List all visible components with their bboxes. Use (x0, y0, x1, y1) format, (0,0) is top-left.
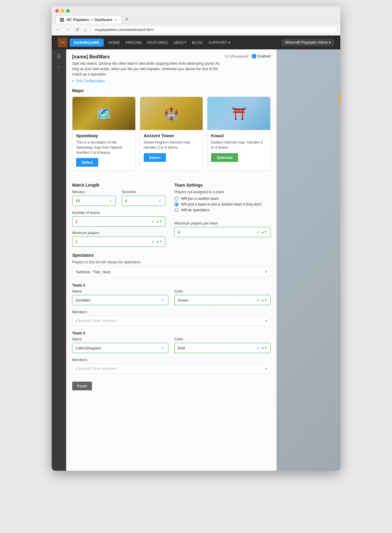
team2-color-group: Color Red ✓ ▲▼ (174, 337, 271, 353)
seconds-input[interactable]: 0 ✓ (122, 196, 165, 206)
radio-pick-team-icon (174, 202, 179, 206)
ancient-desc: Desert kingdom themed map. Handles 2 to … (144, 140, 199, 150)
team1-color-spinner-icon[interactable]: ▲▼ (261, 299, 267, 302)
team1-name-group: Name Zombies ✓ (72, 289, 168, 305)
edit-config-link[interactable]: Edit Configuration (72, 79, 225, 83)
nav-dashboard-link[interactable]: DASHBOARD (70, 39, 104, 47)
main-area: [name] BedWars Split into teams. Destroy… (66, 49, 340, 471)
address-bar[interactable]: mcplaydates.com/dashboard.html (90, 26, 337, 33)
team2-title: Team 2 (72, 331, 271, 335)
num-teams-spinner-icon[interactable]: ▲▼ (156, 220, 162, 223)
team2-members-input[interactable]: (Optional) Team Members ▾ (72, 364, 271, 374)
knaul-name: Knaul (211, 133, 267, 138)
team2-members-placeholder: (Optional) Team Members (75, 367, 117, 371)
maps-grid: 🗺️ Speedway This is a recreation of the … (72, 97, 271, 171)
min-players-spinner-icon[interactable]: ▲▼ (156, 240, 162, 243)
sidebar-toggle-icon[interactable]: ☰ (56, 52, 62, 60)
nav-support[interactable]: SUPPORT ▾ (208, 40, 230, 45)
team2-color-check-icon: ✓ (256, 346, 260, 350)
team2-name-value: CalicoDragons (75, 346, 101, 350)
min-players-check-icon: ✓ (151, 239, 155, 244)
ancient-select-button[interactable]: Select (144, 153, 166, 162)
new-tab-button[interactable]: + (123, 15, 131, 24)
map-image-ancient: 🏰 (140, 97, 203, 130)
logo-text: 🎮 (60, 40, 65, 45)
home-button[interactable]: ⌂ (83, 26, 88, 33)
radio-random-team-icon (174, 197, 179, 201)
team1-members-input[interactable]: (Optional) Team Members ▾ (72, 316, 271, 326)
min-players-input[interactable]: 1 ✓ ▲▼ (72, 237, 165, 247)
team2-color-spinner-icon[interactable]: ▲▼ (261, 346, 267, 349)
nav-about[interactable]: ABOUT (173, 40, 187, 45)
back-button[interactable]: ← (55, 26, 62, 33)
content-panel: [name] BedWars Split into teams. Destroy… (66, 49, 277, 471)
radio-group: Will join a random team Will pick a team… (174, 197, 271, 212)
seconds-value: 0 (125, 199, 127, 203)
max-players-value: 4 (178, 230, 180, 234)
team1-title: Team 1 (72, 283, 271, 287)
team2-name-group: Name CalicoDragons ✓ (72, 337, 168, 353)
speedway-select-button[interactable]: Select (76, 158, 98, 167)
num-teams-input[interactable]: 2 ✓ ▲▼ (72, 216, 165, 227)
max-players-spinner-icon[interactable]: ▲▼ (261, 231, 267, 234)
team1-members-group: Members (Optional) Team Members ▾ (72, 310, 271, 326)
knaul-select-button[interactable]: Selected (211, 153, 238, 162)
game-info: [name] BedWars Split into teams. Destroy… (72, 54, 225, 83)
team1-members-label: Members (72, 310, 271, 314)
ancient-info: Ancient Tower Desert kingdom themed map.… (140, 130, 203, 166)
team2-color-value: Red (178, 346, 185, 350)
minutes-group: Minutes 15 ✓ (72, 190, 116, 206)
team2-name-check-icon: ✓ (161, 346, 165, 350)
game-description: Split into teams. Destroy the other team… (72, 61, 225, 77)
maximize-button[interactable] (66, 9, 70, 13)
forward-button[interactable]: → (64, 26, 72, 33)
nav-features[interactable]: FEATURES (147, 40, 168, 45)
nav-home[interactable]: HOME (109, 40, 120, 45)
max-players-check-icon: ✓ (256, 230, 260, 234)
minutes-input[interactable]: 15 ✓ (72, 196, 116, 206)
spectators-arrow-icon: ▾ (265, 270, 267, 274)
map-image-speedway: 🗺️ (72, 97, 135, 130)
team1-color-value: Green (178, 298, 188, 302)
spectators-input[interactable]: TadHunt, *Tad_Hunt ▾ (72, 267, 271, 277)
radio-random-team[interactable]: Will join a random team (174, 197, 271, 201)
radio-spectators-icon (174, 208, 179, 212)
enabled-checkbox-icon[interactable]: ✓ (252, 54, 256, 58)
radio-spectators[interactable]: Will be spectators (174, 208, 271, 212)
radio-spectators-label: Will be spectators (181, 208, 210, 212)
tab-favicon (60, 18, 64, 22)
minimize-button[interactable] (61, 9, 64, 13)
enabled-toggle[interactable]: ✓ Enabled (252, 54, 271, 58)
team2-color-label: Color (174, 337, 271, 341)
team2-block: Team 2 Name CalicoDragons ✓ Color (72, 331, 271, 374)
max-players-label: Maximum players per team (174, 221, 271, 225)
minutes-label: Minutes (72, 190, 116, 194)
radio-pick-team-label: Will pick a team or join a random team i… (181, 202, 262, 206)
game-header: [name] BedWars Split into teams. Destroy… (72, 54, 271, 83)
browser-tab[interactable]: MC Playdates — Dashboard ✕ (55, 16, 122, 24)
team-settings-col: Team Settings Players not assigned to a … (174, 177, 271, 247)
close-button[interactable] (55, 9, 59, 13)
seconds-label: Seconds (122, 190, 165, 194)
tab-title: MC Playdates — Dashboard (66, 18, 112, 22)
team2-color-input[interactable]: Red ✓ ▲▼ (174, 343, 271, 353)
team1-members-arrow-icon: ▾ (265, 319, 267, 323)
reset-button[interactable]: Reset (72, 382, 92, 390)
map-image-knaul: ⛩️ (207, 97, 270, 130)
reload-button[interactable]: ↺ (74, 26, 80, 33)
knaul-map-icon: ⛩️ (231, 107, 247, 121)
team2-name-input[interactable]: CalicoDragons ✓ (72, 343, 168, 353)
team1-name-check-icon: ✓ (161, 298, 165, 302)
team1-name-input[interactable]: Zombies ✓ (72, 295, 168, 305)
radio-pick-team[interactable]: Will pick a team or join a random team i… (174, 202, 271, 206)
game-meta: 0.2.29-mcpd-p3 ✓ Enabled (225, 54, 271, 58)
nav-pricing[interactable]: PRICING (126, 40, 142, 45)
sidebar-back-icon[interactable]: ‹ (57, 63, 61, 71)
tab-close-icon[interactable]: ✕ (115, 18, 117, 22)
max-players-input[interactable]: 4 ✓ ▲▼ (174, 227, 271, 237)
team1-name-value: Zombies (75, 298, 90, 302)
spectators-desc: Players in this list will always be spec… (72, 260, 271, 264)
team1-color-input[interactable]: Green ✓ ▲▼ (174, 295, 271, 305)
nav-blog[interactable]: BLOG (192, 40, 203, 45)
nav-user-menu[interactable]: Minecraft Playdates Admin ▾ (282, 39, 334, 46)
